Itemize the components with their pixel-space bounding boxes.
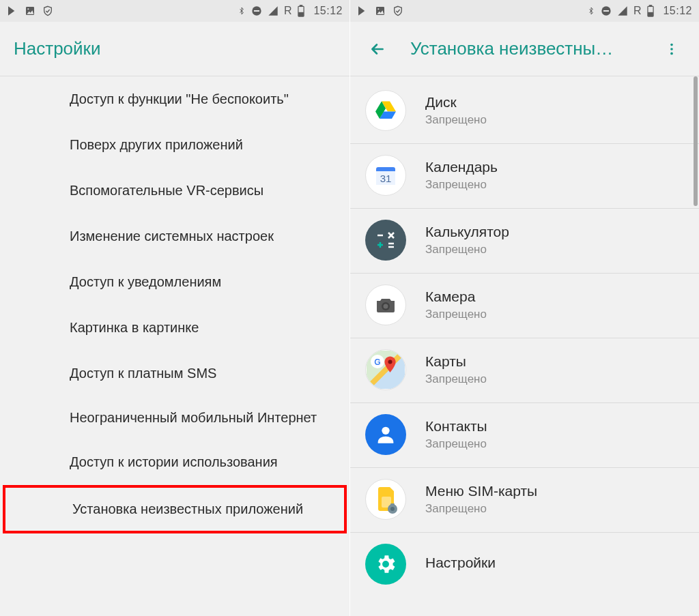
svg-rect-6 xyxy=(299,12,304,16)
svg-point-35 xyxy=(390,507,395,511)
back-button[interactable] xyxy=(364,35,391,63)
phone-left: R 15:12 Настройки Доступ к функции "Не б… xyxy=(0,0,350,616)
app-row-maps[interactable]: G Карты Запрещено xyxy=(350,338,699,403)
gallery-icon xyxy=(25,5,35,16)
svg-text:G: G xyxy=(374,357,380,367)
calendar-icon: 31 xyxy=(365,155,406,196)
svg-rect-13 xyxy=(648,12,653,16)
scrollbar[interactable] xyxy=(694,76,698,206)
page-title: Установка неизвестны… xyxy=(410,38,658,59)
status-bar: R 15:12 xyxy=(0,0,350,22)
svg-rect-10 xyxy=(603,10,609,12)
app-status: Запрещено xyxy=(425,178,498,192)
setting-usage-access[interactable]: Доступ к истории использования xyxy=(0,439,350,485)
app-name: Меню SIM-карты xyxy=(425,483,537,499)
app-list[interactable]: Диск Запрещено 31 Календарь Запрещено Ка… xyxy=(350,76,699,616)
svg-rect-36 xyxy=(390,503,395,505)
app-name: Контакты xyxy=(425,418,487,435)
page-title: Настройки xyxy=(14,38,101,59)
drive-icon xyxy=(365,90,406,131)
app-bar-left: Настройки xyxy=(0,22,350,76)
app-status: Запрещено xyxy=(425,372,487,386)
svg-point-28 xyxy=(384,304,388,309)
status-time: 15:12 xyxy=(313,5,343,17)
signal-icon xyxy=(617,5,628,16)
roaming-indicator: R xyxy=(284,5,292,17)
app-row-sim[interactable]: Меню SIM-карты Запрещено xyxy=(350,468,699,533)
phone-right: R 15:12 Установка неизвестны… Диск Запре… xyxy=(350,0,699,616)
app-row-calculator[interactable]: Калькулятор Запрещено xyxy=(350,209,699,274)
status-time: 15:12 xyxy=(663,5,692,17)
setting-draw-over[interactable]: Поверх других приложений xyxy=(0,122,350,168)
battery-icon xyxy=(297,5,305,17)
battery-icon xyxy=(646,5,655,17)
app-status: Запрещено xyxy=(425,437,487,451)
app-name: Диск xyxy=(425,94,487,111)
svg-point-14 xyxy=(670,43,673,46)
setting-premium-sms[interactable]: Доступ к платным SMS xyxy=(0,351,350,396)
app-row-settings[interactable]: Настройки xyxy=(350,533,699,590)
app-name: Калькулятор xyxy=(425,224,509,240)
setting-vr-helpers[interactable]: Вспомогательные VR-сервисы xyxy=(0,168,350,214)
setting-install-unknown[interactable]: Установка неизвестных приложений xyxy=(3,485,347,533)
svg-point-32 xyxy=(382,427,389,435)
setting-dnd-access[interactable]: Доступ к функции "Не беспокоить" xyxy=(0,76,350,122)
shield-icon xyxy=(42,5,53,17)
app-bar-right: Установка неизвестны… xyxy=(350,22,699,76)
bluetooth-icon xyxy=(587,5,595,17)
svg-rect-5 xyxy=(300,5,302,7)
app-status: Запрещено xyxy=(425,502,537,516)
setting-unrestricted-data[interactable]: Неограниченный мобильный Интернет xyxy=(0,396,350,439)
roaming-indicator: R xyxy=(633,5,642,17)
contacts-icon xyxy=(365,414,406,455)
app-status: Запрещено xyxy=(425,308,487,321)
svg-point-8 xyxy=(377,8,379,10)
app-row-drive[interactable]: Диск Запрещено xyxy=(350,79,699,144)
play-store-icon xyxy=(7,5,18,16)
overflow-menu-button[interactable] xyxy=(658,35,685,63)
svg-text:31: 31 xyxy=(380,173,392,184)
app-status: Запрещено xyxy=(425,243,509,256)
bluetooth-icon xyxy=(238,5,246,17)
app-name: Камера xyxy=(425,289,487,305)
app-name: Карты xyxy=(425,353,487,370)
signal-icon xyxy=(268,5,279,16)
sim-icon xyxy=(365,479,406,520)
gallery-icon xyxy=(375,5,386,16)
svg-point-16 xyxy=(670,52,673,55)
app-row-calendar[interactable]: 31 Календарь Запрещено xyxy=(350,144,699,209)
settings-icon xyxy=(365,544,406,585)
svg-rect-3 xyxy=(254,10,259,12)
status-bar: R 15:12 xyxy=(350,0,699,22)
camera-icon xyxy=(365,284,406,325)
svg-point-15 xyxy=(670,48,673,50)
app-row-camera[interactable]: Камера Запрещено xyxy=(350,274,699,338)
app-name: Календарь xyxy=(425,159,498,175)
setting-modify-system[interactable]: Изменение системных настроек xyxy=(0,214,350,259)
calculator-icon xyxy=(365,220,406,261)
maps-icon: G xyxy=(365,349,406,390)
app-status: Запрещено xyxy=(425,113,487,127)
dnd-icon xyxy=(601,5,612,16)
setting-notification-access[interactable]: Доступ к уведомлениям xyxy=(0,259,350,305)
shield-icon xyxy=(393,5,403,17)
settings-list[interactable]: Доступ к функции "Не беспокоить" Поверх … xyxy=(0,76,350,616)
app-row-contacts[interactable]: Контакты Запрещено xyxy=(350,403,699,468)
play-store-icon xyxy=(357,5,368,16)
svg-rect-12 xyxy=(650,5,652,7)
dnd-icon xyxy=(251,5,262,16)
setting-pip[interactable]: Картинка в картинке xyxy=(0,305,350,351)
svg-point-31 xyxy=(388,360,393,364)
app-name: Настройки xyxy=(425,555,496,571)
svg-point-1 xyxy=(27,8,29,10)
